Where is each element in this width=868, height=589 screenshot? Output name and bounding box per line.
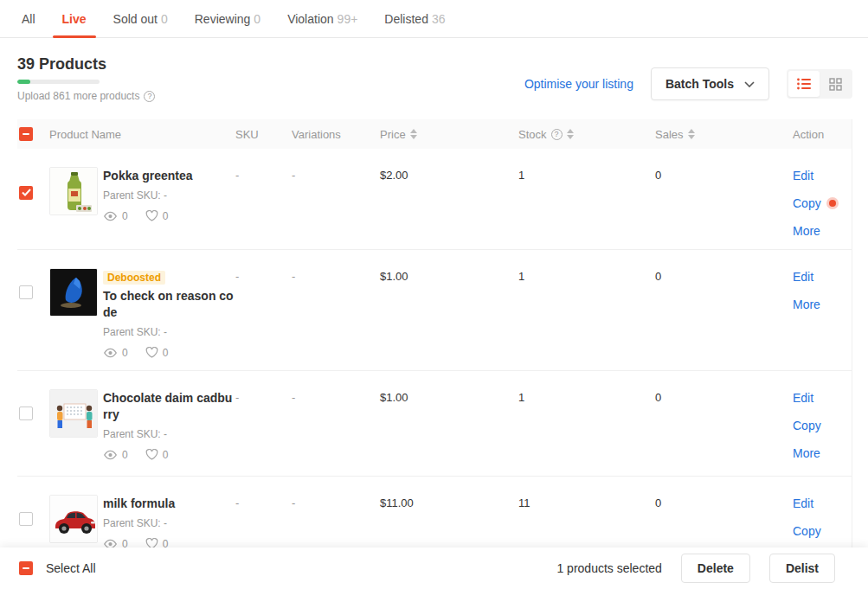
product-info: Pokka greentea Parent SKU: - 0 0	[103, 167, 193, 222]
tab-all[interactable]: All	[22, 0, 35, 37]
edit-link[interactable]: Edit	[793, 169, 852, 182]
stock-value: 1	[518, 167, 655, 182]
product-title[interactable]: milk formula	[103, 496, 175, 512]
tab-live[interactable]: Live	[62, 0, 87, 37]
col-stock-sort[interactable]: Stock?	[518, 128, 574, 141]
grid-view-button[interactable]	[820, 71, 851, 97]
edit-link[interactable]: Edit	[793, 270, 852, 284]
product-title[interactable]: Chocolate daim cadburry	[103, 390, 235, 423]
row-checkbox[interactable]	[19, 285, 33, 299]
tab-count: 36	[432, 12, 446, 26]
edit-link[interactable]: Edit	[793, 496, 852, 510]
sort-icon	[567, 129, 574, 139]
sku-value: -	[235, 389, 292, 404]
sort-icon	[410, 129, 417, 139]
tab-label: Live	[62, 12, 87, 26]
product-image-green-tea-bottle[interactable]	[49, 167, 98, 215]
batch-tools-label: Batch Tools	[665, 77, 734, 91]
row-actions: Edit More	[793, 268, 852, 311]
list-view-button[interactable]	[788, 71, 820, 97]
upload-quota-progress-fill	[17, 80, 30, 84]
copy-link[interactable]: Copy	[793, 524, 852, 538]
product-table: Product Name SKU Variations Price Stock?…	[17, 119, 852, 589]
product-title[interactable]: Pokka greentea	[103, 168, 193, 184]
stock-value: 1	[518, 268, 655, 283]
product-info: Deboosted To check on reason code Parent…	[103, 268, 235, 359]
product-info: Chocolate daim cadburry Parent SKU: - 0 …	[103, 389, 235, 461]
more-link[interactable]: More	[793, 298, 852, 311]
parent-sku: Parent SKU: -	[103, 428, 235, 440]
delist-button[interactable]: Delist	[769, 554, 835, 583]
row-checkbox[interactable]	[19, 512, 33, 526]
col-price: Price	[380, 128, 406, 141]
chevron-down-icon	[744, 81, 755, 87]
sku-value: -	[235, 167, 292, 182]
col-sales: Sales	[655, 128, 684, 141]
tab-sold-out[interactable]: Sold out0	[113, 0, 168, 37]
heart-icon	[145, 449, 158, 460]
likes-stat: 0	[145, 449, 169, 461]
row-checkbox[interactable]	[19, 407, 33, 420]
likes-count: 0	[163, 449, 169, 461]
notification-dot	[829, 200, 836, 207]
help-icon[interactable]: ?	[144, 91, 155, 102]
likes-stat: 0	[145, 347, 169, 359]
copy-link[interactable]: Copy	[793, 419, 852, 432]
edit-link[interactable]: Edit	[793, 391, 852, 405]
tab-delisted[interactable]: Delisted36	[384, 0, 445, 37]
parent-sku: Parent SKU: -	[103, 517, 175, 529]
product-stats: 0 0	[103, 210, 193, 222]
parent-sku: Parent SKU: -	[103, 326, 235, 338]
eye-icon	[103, 348, 118, 358]
likes-count: 0	[163, 347, 169, 359]
col-sales-sort[interactable]: Sales	[655, 128, 695, 141]
col-stock: Stock	[518, 128, 547, 141]
likes-stat: 0	[145, 210, 169, 222]
product-count-block: 39 Products Upload 861 more products ?	[17, 55, 155, 102]
product-image-red-car[interactable]	[49, 495, 98, 543]
selected-count-text: 1 products selected	[556, 561, 661, 575]
views-count: 0	[122, 210, 128, 222]
select-all-footer-checkbox[interactable]	[19, 561, 33, 575]
table-row: Chocolate daim cadburry Parent SKU: - 0 …	[17, 371, 852, 477]
product-title[interactable]: To check on reason code	[103, 288, 235, 321]
optimise-listing-link[interactable]: Optimise your listing	[524, 77, 633, 91]
sku-value: -	[235, 268, 292, 283]
more-link[interactable]: More	[793, 224, 852, 238]
row-checkbox-checked[interactable]	[19, 186, 33, 200]
heart-icon	[145, 210, 158, 221]
col-price-sort[interactable]: Price	[380, 128, 417, 141]
tab-label: Reviewing	[195, 12, 251, 26]
price-value: $1.00	[380, 268, 518, 283]
views-count: 0	[122, 449, 128, 461]
table-row: Pokka greentea Parent SKU: - 0 0 - - $2.…	[17, 149, 852, 250]
table-row: Deboosted To check on reason code Parent…	[17, 250, 852, 371]
grid-view-icon	[829, 78, 842, 91]
batch-tools-button[interactable]: Batch Tools	[651, 67, 769, 100]
product-stats: 0 0	[103, 449, 235, 461]
product-info: milk formula Parent SKU: - 0 0	[103, 495, 175, 550]
deboosted-badge: Deboosted	[103, 271, 165, 285]
stock-help-icon[interactable]: ?	[551, 129, 563, 140]
upload-hint: Upload 861 more products ?	[17, 90, 155, 102]
status-tabbar: All Live Sold out0 Reviewing0 Violation9…	[0, 0, 868, 38]
tab-label: All	[22, 12, 35, 26]
tab-label: Sold out	[113, 12, 158, 26]
tab-reviewing[interactable]: Reviewing0	[195, 0, 260, 37]
product-image-illustration[interactable]	[49, 389, 98, 438]
bulk-action-footer: Select All 1 products selected Delete De…	[0, 547, 868, 589]
delete-button[interactable]: Delete	[681, 554, 750, 583]
green-tea-bottle-illustration	[50, 168, 98, 215]
copy-link[interactable]: Copy	[793, 196, 852, 210]
product-image-blue-shoe[interactable]	[49, 268, 98, 317]
variations-value: -	[292, 495, 380, 509]
tab-violation[interactable]: Violation99+	[287, 0, 357, 37]
sort-icon	[688, 129, 695, 139]
eye-icon	[103, 211, 118, 221]
sales-value: 0	[655, 167, 793, 182]
views-count: 0	[122, 347, 128, 359]
likes-count: 0	[163, 210, 169, 222]
select-all-checkbox[interactable]	[19, 127, 33, 141]
more-link[interactable]: More	[793, 446, 852, 460]
sku-value: -	[235, 495, 292, 509]
